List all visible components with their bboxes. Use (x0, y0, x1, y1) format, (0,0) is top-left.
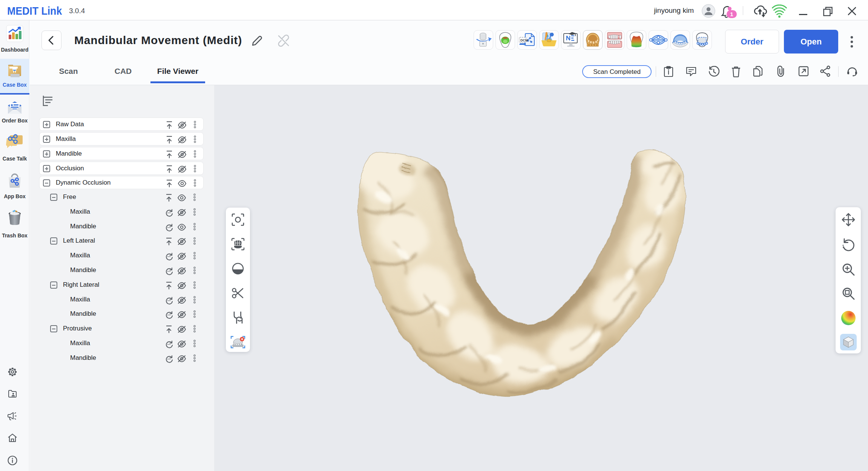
svg-text:DCM: DCM (520, 38, 528, 42)
svg-text:1: 1 (730, 11, 733, 17)
